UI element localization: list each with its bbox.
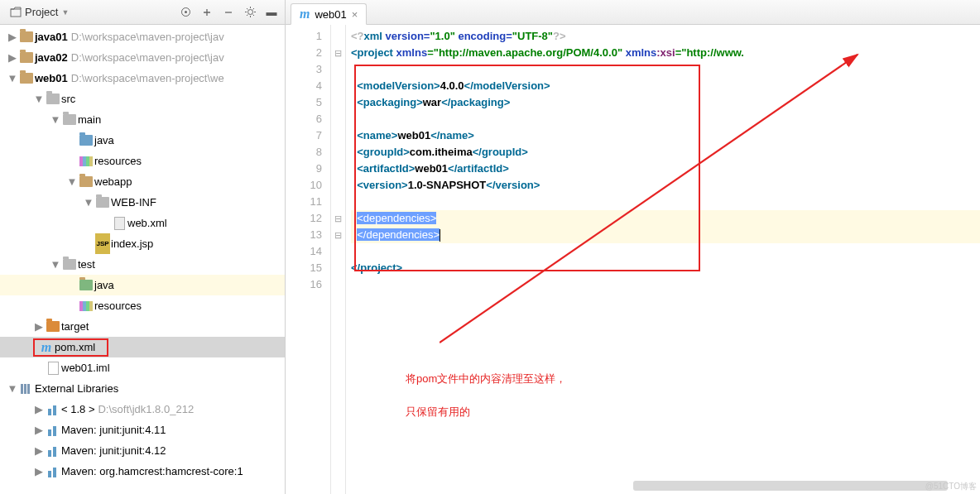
folder-webinf[interactable]: ▼WEB-INF: [0, 192, 285, 213]
project-title[interactable]: Project ▼: [0, 6, 75, 18]
svg-point-2: [185, 11, 187, 13]
text-cursor: [440, 229, 440, 242]
code-content[interactable]: <?xml version="1.0" encoding="UTF-8"?> <…: [346, 25, 980, 494]
folder-test[interactable]: ▼test: [0, 254, 285, 275]
expand-icon[interactable]: [197, 2, 217, 22]
watermark: @51CTO博客: [925, 481, 977, 492]
chevron-down-icon: ▼: [61, 8, 69, 17]
project-title-text: Project: [25, 6, 58, 18]
chevron-right-icon[interactable]: ▶: [7, 47, 18, 68]
chevron-right-icon[interactable]: ▶: [33, 461, 45, 482]
gear-icon[interactable]: [240, 2, 260, 22]
line-gutter: 12345678910111213141516: [286, 25, 331, 494]
project-panel: Project ▼ ▬ ▶java01D:\workspace\maven-pr…: [0, 0, 286, 494]
chevron-down-icon[interactable]: ▼: [66, 171, 78, 192]
folder-java[interactable]: java: [0, 130, 285, 151]
lib-junit411[interactable]: ▶Maven: junit:junit:4.11: [0, 420, 285, 440]
lib-jdk[interactable]: ▶< 1.8 >D:\soft\jdk1.8.0_212: [0, 399, 285, 420]
folder-resources[interactable]: resources: [0, 151, 285, 171]
file-indexjsp[interactable]: JSPindex.jsp: [0, 233, 285, 254]
folder-webapp[interactable]: ▼webapp: [0, 171, 285, 192]
fold-icon[interactable]: ⊟: [331, 227, 345, 243]
lib-hamcrest[interactable]: ▶Maven: org.hamcrest:hamcrest-core:1: [0, 461, 285, 482]
chevron-right-icon[interactable]: ▶: [33, 440, 45, 461]
chevron-right-icon[interactable]: ▶: [33, 316, 45, 337]
file-webxml[interactable]: web.xml: [0, 213, 285, 233]
svg-rect-0: [11, 9, 21, 17]
chevron-down-icon[interactable]: ▼: [7, 378, 18, 399]
file-pom[interactable]: mpom.xml: [0, 337, 285, 357]
fold-icon[interactable]: ⊟: [331, 45, 345, 61]
editor-tabbar: m web01 ×: [286, 0, 980, 25]
tab-web01[interactable]: m web01 ×: [291, 3, 367, 25]
chevron-down-icon[interactable]: ▼: [50, 109, 61, 130]
editor-area: m web01 × 12345678910111213141516 ⊟⊟⊟ <?…: [286, 0, 980, 494]
lib-junit412[interactable]: ▶Maven: junit:junit:4.12: [0, 440, 285, 461]
svg-point-3: [247, 10, 252, 15]
chevron-right-icon[interactable]: ▶: [33, 420, 45, 440]
code-editor[interactable]: 12345678910111213141516 ⊟⊟⊟ <?xml versio…: [286, 25, 980, 494]
folder-target[interactable]: ▶target: [0, 316, 285, 337]
external-libraries[interactable]: ▼External Libraries: [0, 378, 285, 399]
chevron-down-icon[interactable]: ▼: [33, 89, 45, 109]
fold-icon[interactable]: ⊟: [331, 210, 345, 227]
maven-icon: m: [300, 7, 310, 22]
folder-src[interactable]: ▼src: [0, 89, 285, 109]
folder-main[interactable]: ▼main: [0, 109, 285, 130]
chevron-down-icon[interactable]: ▼: [83, 192, 94, 213]
collapse-icon[interactable]: [219, 2, 238, 22]
horizontal-scrollbar[interactable]: [633, 481, 948, 491]
close-icon[interactable]: ×: [352, 8, 358, 21]
project-toolbar: Project ▼ ▬: [0, 0, 285, 25]
module-web01[interactable]: ▼web01D:\workspace\maven-project\we: [0, 68, 285, 89]
chevron-right-icon[interactable]: ▶: [33, 399, 45, 420]
fold-gutter: ⊟⊟⊟: [331, 25, 346, 494]
project-tree: ▶java01D:\workspace\maven-project\jav ▶j…: [0, 25, 285, 494]
hide-icon[interactable]: ▬: [262, 2, 281, 22]
module-java01[interactable]: ▶java01D:\workspace\maven-project\jav: [0, 26, 285, 47]
folder-test-java[interactable]: java: [0, 275, 285, 295]
file-iml[interactable]: web01.iml: [0, 357, 285, 378]
tab-label: web01: [315, 8, 346, 21]
locate-icon[interactable]: [175, 2, 195, 22]
folder-test-resources[interactable]: resources: [0, 295, 285, 316]
chevron-right-icon[interactable]: ▶: [7, 26, 18, 47]
chevron-down-icon[interactable]: ▼: [50, 254, 61, 275]
project-icon: [10, 7, 22, 18]
module-java02[interactable]: ▶java02D:\workspace\maven-project\jav: [0, 47, 285, 68]
chevron-down-icon[interactable]: ▼: [7, 68, 18, 89]
